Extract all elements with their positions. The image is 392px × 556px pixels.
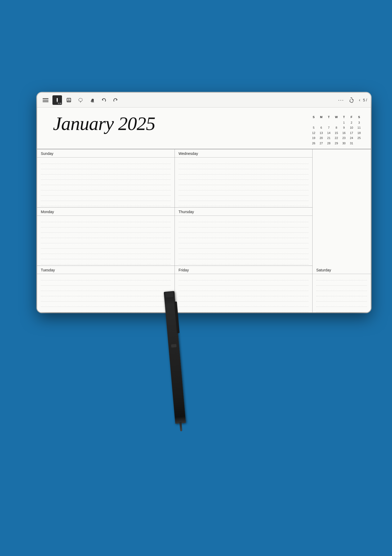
line[interactable] — [179, 286, 309, 291]
mini-cal-row-4: 19 20 21 22 23 24 25 — [310, 136, 363, 141]
day-cell-saturday: Saturday — [313, 266, 371, 312]
svg-point-11 — [92, 99, 94, 100]
line[interactable] — [41, 259, 171, 264]
pen-size-label: 0.39 — [58, 102, 61, 104]
cal-hdr-f: F — [348, 115, 355, 120]
line[interactable] — [41, 169, 171, 174]
line[interactable] — [179, 169, 309, 174]
line[interactable] — [41, 249, 171, 254]
line[interactable] — [179, 159, 309, 164]
line[interactable] — [41, 196, 171, 201]
line[interactable] — [41, 227, 171, 233]
line[interactable] — [316, 302, 367, 307]
line[interactable] — [41, 180, 171, 185]
day-header-wednesday: Wednesday — [175, 149, 312, 158]
line[interactable] — [41, 243, 171, 249]
line[interactable] — [179, 174, 309, 180]
line[interactable] — [179, 233, 309, 238]
day-lines-tuesday[interactable] — [37, 274, 175, 312]
line[interactable] — [41, 201, 171, 206]
mini-cal-row-3: 12 13 14 15 16 17 18 — [310, 131, 363, 136]
day-lines-thursday[interactable] — [175, 216, 312, 266]
line[interactable] — [41, 307, 171, 312]
line[interactable] — [179, 249, 309, 254]
line[interactable] — [179, 227, 309, 233]
svg-rect-1 — [43, 100, 48, 101]
line[interactable] — [316, 286, 367, 291]
mini-cal-row-2: 5 6 7 8 9 10 11 — [310, 125, 363, 131]
line[interactable] — [179, 254, 309, 259]
line[interactable] — [41, 159, 171, 164]
day-lines-wednesday[interactable] — [175, 158, 312, 207]
line[interactable] — [41, 190, 171, 196]
stylus-button — [171, 344, 177, 348]
svg-point-7 — [79, 98, 82, 101]
line[interactable] — [179, 196, 309, 201]
line[interactable] — [179, 243, 309, 249]
day-lines-friday[interactable] — [175, 274, 312, 312]
day-lines-sunday[interactable] — [37, 158, 175, 207]
shape-icon[interactable] — [64, 95, 74, 105]
line[interactable] — [41, 222, 171, 227]
line[interactable] — [179, 164, 309, 169]
mini-cal-row-1: 1 2 3 — [310, 120, 363, 125]
day-lines-monday[interactable] — [37, 216, 175, 266]
line[interactable] — [41, 238, 171, 243]
line[interactable] — [179, 307, 309, 312]
day-cell-sunday: Sunday — [37, 149, 175, 208]
day-header-sunday: Sunday — [37, 149, 175, 158]
line[interactable] — [316, 312, 367, 312]
line[interactable] — [41, 233, 171, 238]
undo-icon[interactable] — [99, 95, 109, 105]
line[interactable] — [41, 312, 171, 312]
line[interactable] — [179, 312, 309, 312]
line[interactable] — [41, 280, 171, 286]
menu-icon[interactable] — [41, 95, 50, 105]
svg-marker-13 — [116, 99, 117, 100]
line[interactable] — [179, 190, 309, 196]
line[interactable] — [41, 164, 171, 169]
touch-icon[interactable] — [347, 95, 356, 105]
line[interactable] — [41, 302, 171, 307]
eraser-icon[interactable] — [87, 95, 97, 105]
back-arrow-icon[interactable]: ‹ — [359, 98, 360, 102]
line[interactable] — [179, 302, 309, 307]
line[interactable] — [41, 296, 171, 302]
line[interactable] — [41, 286, 171, 291]
line[interactable] — [179, 296, 309, 302]
line[interactable] — [41, 174, 171, 180]
pen-icon[interactable]: 0.39 — [52, 95, 62, 105]
line[interactable] — [316, 307, 367, 312]
line[interactable] — [41, 217, 171, 222]
line[interactable] — [41, 291, 171, 296]
planner-header: January 2025 S M T W T F S — [37, 107, 371, 149]
line[interactable] — [179, 201, 309, 206]
redo-icon[interactable] — [111, 95, 120, 105]
line[interactable] — [179, 238, 309, 243]
line[interactable] — [179, 291, 309, 296]
line[interactable] — [179, 275, 309, 280]
line[interactable] — [179, 217, 309, 222]
day-header-saturday: Saturday — [313, 266, 371, 274]
lasso-icon[interactable] — [76, 95, 85, 105]
day-cell-wednesday: Wednesday — [175, 149, 313, 208]
mini-cal-row-5: 26 27 28 29 30 31 — [310, 141, 363, 146]
line[interactable] — [179, 259, 309, 264]
line[interactable] — [316, 275, 367, 280]
line[interactable] — [316, 291, 367, 296]
line[interactable] — [41, 275, 171, 280]
day-lines-saturday[interactable] — [313, 274, 371, 312]
svg-rect-2 — [43, 101, 48, 102]
line[interactable] — [316, 280, 367, 286]
line[interactable] — [179, 185, 309, 190]
line[interactable] — [179, 280, 309, 286]
line[interactable] — [179, 222, 309, 227]
line[interactable] — [179, 180, 309, 185]
day-cell-tuesday: Tuesday — [37, 266, 175, 312]
mini-cal-header: S M T W T F S — [310, 115, 363, 120]
content-area: January 2025 S M T W T F S — [37, 107, 371, 312]
line[interactable] — [316, 296, 367, 302]
line[interactable] — [41, 254, 171, 259]
more-icon[interactable]: ··· — [338, 97, 344, 103]
line[interactable] — [41, 185, 171, 190]
